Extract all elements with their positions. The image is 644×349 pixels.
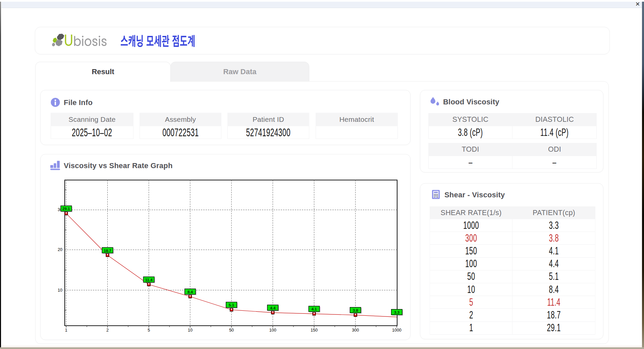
svg-text:150: 150	[311, 328, 318, 333]
svg-text:3.8: 3.8	[353, 308, 359, 312]
svg-text:11.4: 11.4	[145, 278, 153, 282]
svg-text:18.7: 18.7	[104, 249, 111, 253]
svg-text:5: 5	[148, 328, 150, 333]
svg-text:29.1: 29.1	[62, 207, 70, 211]
svg-text:100: 100	[269, 328, 276, 333]
svg-text:10: 10	[58, 288, 62, 293]
svg-text:8.4: 8.4	[187, 290, 193, 294]
svg-text:20: 20	[58, 247, 62, 252]
svg-text:300: 300	[352, 328, 359, 333]
svg-text:10: 10	[188, 328, 193, 333]
svg-text:2: 2	[106, 328, 109, 333]
svg-text:50: 50	[229, 328, 234, 333]
svg-text:3.3: 3.3	[394, 310, 399, 314]
svg-text:1: 1	[65, 328, 67, 333]
svg-text:5.1: 5.1	[229, 303, 234, 307]
svg-text:1000: 1000	[392, 328, 401, 333]
svg-text:4.1: 4.1	[312, 307, 317, 311]
svg-text:4.4: 4.4	[270, 306, 276, 310]
